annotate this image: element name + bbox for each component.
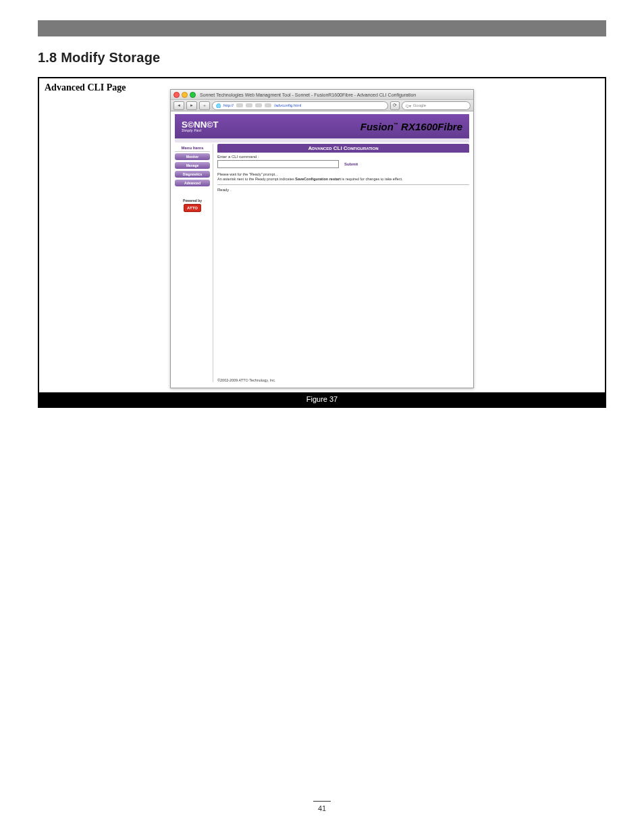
minimize-icon[interactable]: [182, 92, 188, 98]
sidebar-item-advanced[interactable]: Advanced: [175, 180, 210, 186]
sidebar-item-diagnostics[interactable]: Diagnostics: [175, 171, 210, 178]
back-button[interactable]: ◄: [173, 101, 184, 110]
brand-bar: S©NN©T Simply Fast Fusion™ RX1600Fibre: [175, 114, 469, 138]
cli-output-area: [217, 192, 469, 374]
search-placeholder: Google: [413, 103, 426, 107]
footer-rule: [313, 801, 331, 802]
sidebar-item-monitor[interactable]: Monitor: [175, 153, 210, 160]
help-text: Please wait for the "Ready" prompt… An a…: [217, 172, 469, 185]
figure-title: Advanced CLI Page: [45, 82, 126, 93]
content-panel: Advanced CLI Configuration Enter a CLI c…: [213, 144, 469, 382]
url-redacted: [255, 103, 262, 107]
forward-button[interactable]: ►: [186, 101, 197, 110]
url-redacted: [265, 103, 271, 107]
url-redacted: [246, 103, 252, 107]
tab-strip: [175, 138, 469, 142]
url-field[interactable]: 🌐 http:// /advconfig.html: [212, 101, 388, 110]
sidebar-item-manage[interactable]: Manage: [175, 162, 210, 169]
cli-command-input[interactable]: [217, 160, 339, 168]
figure-caption: Figure 37: [39, 392, 605, 407]
page-footer: 41: [0, 801, 644, 812]
web-copyright: ©2002-2009 ATTO Technology, Inc.: [217, 378, 469, 382]
page-number: 41: [318, 804, 326, 812]
product-model: RX1600Fibre: [398, 121, 462, 132]
sidebar: Menu Items Monitor Manage Diagnostics Ad…: [175, 144, 210, 382]
header-grey-bar: [38, 20, 606, 36]
magnifier-icon: Q▾: [406, 103, 411, 108]
figure-frame: Advanced CLI Page Sonnet Technologies We…: [38, 77, 606, 408]
web-body: Menu Items Monitor Manage Diagnostics Ad…: [175, 144, 469, 382]
reload-button[interactable]: ⟳: [390, 101, 400, 110]
help-line-2-bold: SaveConfiguration restart: [295, 177, 341, 181]
window-title: Sonnet Technologies Web Managment Tool -…: [200, 93, 416, 97]
page-content: S©NN©T Simply Fast Fusion™ RX1600Fibre M…: [171, 111, 473, 388]
add-bookmark-button[interactable]: +: [199, 101, 210, 110]
help-line-2-pre: An asterisk next to the Ready prompt ind…: [217, 177, 295, 181]
brand-logo: S©NN©T Simply Fast: [182, 120, 219, 132]
page: 1.8 Modify Storage Advanced CLI Page Son…: [0, 0, 644, 834]
cli-command-row: Submit: [217, 160, 469, 168]
submit-button[interactable]: Submit: [344, 162, 358, 166]
powered-by-label: Powered by: [175, 199, 210, 203]
atto-badge: ATTO: [184, 204, 201, 212]
menu-heading: Menu Items: [175, 144, 210, 152]
browser-titlebar: Sonnet Technologies Web Managment Tool -…: [171, 90, 473, 100]
cli-command-label: Enter a CLI command :: [217, 155, 469, 159]
url-redacted: [236, 103, 243, 107]
panel-title: Advanced CLI Configuration: [217, 144, 469, 153]
product-name: Fusion™ RX1600Fibre: [360, 121, 462, 132]
url-suffix: /advconfig.html: [274, 103, 301, 107]
zoom-icon[interactable]: [190, 92, 196, 98]
browser-window: Sonnet Technologies Web Managment Tool -…: [170, 89, 474, 388]
traffic-lights: [173, 92, 196, 98]
close-icon[interactable]: [173, 92, 180, 98]
screenshot: Sonnet Technologies Web Managment Tool -…: [39, 82, 605, 388]
browser-toolbar: ◄ ► + 🌐 http:// /advconfig.html ⟳ Q▾: [171, 100, 473, 111]
help-line-2-post: is required for changes to take effect.: [341, 177, 403, 181]
section-heading: 1.8 Modify Storage: [38, 50, 160, 66]
url-prefix: http://: [223, 103, 234, 107]
globe-icon: 🌐: [216, 103, 221, 108]
trademark-icon: ™: [394, 122, 398, 127]
help-line-1: Please wait for the "Ready" prompt…: [217, 172, 279, 176]
browser-search-field[interactable]: Q▾ Google: [402, 101, 471, 110]
product-prefix: Fusion: [360, 121, 394, 132]
